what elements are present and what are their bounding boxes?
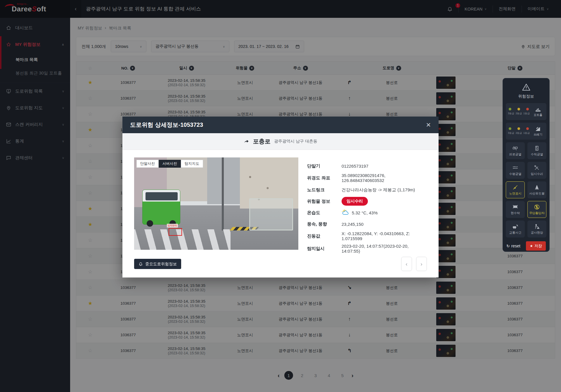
hazard-tile-crash[interactable]: 교통사고 bbox=[506, 221, 525, 237]
work-icon bbox=[534, 223, 540, 230]
road-name: 포충로 bbox=[253, 138, 271, 145]
close-icon[interactable]: ✕ bbox=[426, 122, 431, 129]
hazard-tile-repair[interactable]: 임시수리 bbox=[527, 162, 546, 179]
grade-dot bbox=[517, 127, 520, 130]
hazard-detail-modal: 도로위험 상세정보-1053723 ✕ 포충로 광주광역시 남구 대촌동 임시수… bbox=[122, 117, 439, 277]
hazard-tile-jaywalk[interactable]: 무단횡단자 bbox=[527, 201, 546, 218]
detail-row-2: 노드링크건강나라사슴농장 -> 제봉교 (1,179m) bbox=[307, 185, 427, 194]
hazard-tile-cone[interactable]: 사선유도봉 bbox=[527, 181, 546, 198]
grade-dot bbox=[509, 127, 511, 130]
road-region: 광주광역시 남구 대촌동 bbox=[274, 139, 317, 144]
detail-row-6: 진동값X: -0.12822084, Y: -0.04310663, Z: 1.… bbox=[307, 231, 427, 241]
crosswalk-shape bbox=[134, 229, 231, 250]
hazard-tile-fatigue[interactable]: 피로균열 bbox=[506, 142, 525, 159]
warning-triangle-icon bbox=[506, 83, 546, 92]
banner-icon bbox=[512, 204, 518, 210]
prev-record-button[interactable]: ‹ bbox=[401, 257, 412, 271]
grade-dot bbox=[526, 108, 529, 110]
modal-footer: 중요도로위험정보 ‹ › bbox=[134, 257, 427, 271]
vcrack-icon bbox=[534, 145, 540, 151]
repair-icon bbox=[534, 165, 540, 171]
detection-box bbox=[169, 228, 182, 236]
pole-shape bbox=[222, 157, 224, 230]
hazard-tile-banner[interactable]: 현수막 bbox=[506, 201, 525, 218]
photo-tabs: 단말사진서버사진탐지지도 bbox=[136, 160, 203, 168]
photo-tab-0[interactable]: 단말사진 bbox=[136, 160, 159, 168]
detail-row-0: 단말기01226573197 bbox=[307, 162, 427, 170]
detail-row-3: 위험물 정보임시수리 bbox=[307, 197, 427, 206]
modal-header: 도로위험 상세정보-1053723 ✕ bbox=[122, 117, 439, 133]
reset-icon: ↻ bbox=[506, 244, 510, 248]
direction-arrow-icon bbox=[244, 138, 250, 144]
hazard-panel-title: 위험정보 bbox=[506, 94, 546, 99]
detail-row-4: 온습도5.32 °C, 43% bbox=[307, 208, 427, 217]
next-record-button[interactable]: › bbox=[416, 257, 427, 271]
trash-icon bbox=[535, 126, 541, 132]
hazard-tile-lane[interactable]: 노면표시 bbox=[506, 181, 525, 198]
hcrack-icon bbox=[512, 165, 518, 171]
cone-icon bbox=[534, 184, 540, 190]
modal-road-bar: 포충로 광주광역시 남구 대촌동 bbox=[122, 133, 439, 150]
detail-list: 단말기01226573197위경도 좌표35.089023080291476, … bbox=[307, 157, 427, 256]
crash-icon bbox=[512, 223, 518, 230]
important-hazard-button[interactable]: 중요도로위험정보 bbox=[134, 259, 181, 269]
lane-icon bbox=[512, 184, 518, 190]
jaywalk-icon bbox=[534, 204, 540, 210]
hazard-tile-trash[interactable]: 3등급2등급1등급쓰레기 bbox=[506, 123, 546, 140]
bell-icon bbox=[138, 262, 143, 266]
fatigue-icon bbox=[512, 145, 518, 151]
modal-body: 임시수리 단말사진서버사진탐지지도 단말기01226573197위경도 좌표35… bbox=[122, 150, 439, 256]
hazard-tile-pothole[interactable]: 3등급2등급1등급포트홀 bbox=[506, 103, 546, 120]
modal-title: 도로위험 상세정보-1053723 bbox=[130, 121, 203, 129]
detail-row-7: 탐지일시2023-02-20, 14:07:57(2023-02-20, 14:… bbox=[307, 244, 427, 254]
detail-row-1: 위경도 좌표35.089023080291476, 126.8484374060… bbox=[307, 173, 427, 183]
photo-tab-2[interactable]: 탐지지도 bbox=[181, 160, 203, 168]
grade-dot bbox=[509, 108, 511, 110]
server-photo: 임시수리 단말사진서버사진탐지지도 bbox=[134, 157, 298, 250]
hazard-filter-panel: 위험정보 3등급2등급1등급포트홀3등급2등급1등급쓰레기 피로균열수직균열수평… bbox=[503, 78, 550, 252]
pothole-icon bbox=[535, 106, 541, 112]
grade-dot bbox=[526, 127, 529, 130]
save-button[interactable]: ★ 저장 bbox=[526, 241, 546, 251]
detection-label: 임시수리 bbox=[167, 224, 178, 228]
detail-row-5: 풍속, 풍향23,245,150 bbox=[307, 220, 427, 228]
photo-tab-1[interactable]: 서버사진 bbox=[159, 160, 181, 168]
grade-dot bbox=[517, 108, 520, 110]
hazard-tile-vcrack[interactable]: 수직균열 bbox=[527, 142, 546, 159]
hazard-tile-hcrack[interactable]: 수평균열 bbox=[506, 162, 525, 179]
bus-shape bbox=[142, 190, 180, 225]
reset-button[interactable]: ↻ reset bbox=[506, 244, 520, 248]
hazard-status-badge: 임시수리 bbox=[342, 197, 368, 206]
star-icon: ★ bbox=[530, 244, 533, 248]
weather-icon bbox=[342, 209, 349, 217]
bus-shelter-shape bbox=[249, 198, 293, 230]
hazard-tile-work[interactable]: 공사현장 bbox=[527, 221, 546, 237]
